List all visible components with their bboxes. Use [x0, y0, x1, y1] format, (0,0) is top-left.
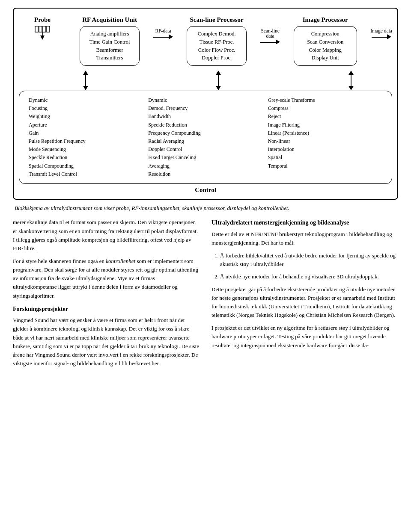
v-arrow-up-icon — [83, 71, 88, 75]
forsknings-heading: Forskningsprosjekter — [13, 304, 200, 314]
rf-acq-box: Analog amplifiersTime Gain ControlBeamfo… — [80, 26, 140, 66]
scan-line-arrow: Scan-linedata — [260, 28, 280, 45]
v-line3 — [351, 75, 351, 86]
v-arrow-down-icon2 — [216, 86, 221, 90]
list-item-1: Å forbedre bildekvalitet ved å utvikle b… — [220, 251, 398, 269]
rf-acq-title: RF Acquisition Unit — [82, 16, 137, 24]
v-arrow-up-icon3 — [348, 71, 354, 75]
svg-rect-2 — [43, 26, 46, 32]
bottom-row: Dynamic Focusing Weighting Aperture Gain… — [19, 91, 392, 184]
svg-rect-3 — [47, 26, 50, 32]
control-label: Control — [19, 186, 392, 194]
probe-section: Probe — [19, 16, 66, 41]
rf-data-arrow: RF-data — [153, 28, 173, 40]
image-data-arrow: Image data — [370, 28, 392, 40]
diagram-top-row: Probe RF Acquisition Unit Analog amplifi… — [19, 16, 392, 66]
arrow-right-icon2 — [276, 39, 280, 45]
image-proc-section: Image Processor CompressionScan Conversi… — [292, 16, 358, 66]
bottom-box: Dynamic Focusing Weighting Aperture Gain… — [19, 91, 392, 184]
pattern-heading: Ultralydrelatert mønstergjenkjenning og … — [211, 218, 398, 228]
v-arrows-row — [19, 70, 392, 91]
left-para1: merer skanlinje data til et format som p… — [13, 218, 200, 253]
bottom-col2: Dynamic Demod. Frequency Bandwidth Speck… — [146, 96, 265, 178]
arrow-right-icon — [169, 34, 173, 40]
v-arrow-rf — [83, 71, 88, 90]
scan-proc-box: Complex Demod.Tissue RF-Proc.Color Flow … — [187, 26, 247, 66]
scan-proc-title: Scan-line Processor — [190, 16, 244, 24]
body-two-col: merer skanlinje data til et format som p… — [13, 218, 398, 372]
diagram-container: Probe RF Acquisition Unit Analog amplifi… — [13, 8, 398, 200]
scan-line-label: Scan-linedata — [261, 28, 279, 38]
bottom-col1: Dynamic Focusing Weighting Aperture Gain… — [26, 96, 146, 178]
v-arrow-sl — [216, 71, 221, 90]
arrow-right-icon3 — [387, 34, 391, 40]
rf-acq-section: RF Acquisition Unit Analog amplifiersTim… — [78, 16, 141, 66]
left-para3: Vingmed Sound har vært og ønsker å være … — [13, 316, 200, 368]
rf-data-label: RF-data — [155, 28, 171, 33]
scan-line-arrow-line — [260, 39, 280, 45]
probe-icon — [34, 26, 51, 40]
v-arrow-up-icon2 — [216, 71, 221, 75]
right-para2: Dette prosjektet går på å forbedre eksis… — [211, 285, 398, 320]
list-item-2-text: Å utvikle nye metoder for å behandle og … — [220, 273, 379, 280]
h-line — [153, 37, 169, 38]
list-item-2: Å utvikle nye metoder for å behandle og … — [220, 272, 398, 281]
svg-rect-1 — [39, 26, 42, 32]
right-para3: I prosjektet er det utviklet en ny algor… — [211, 324, 398, 349]
v-arrow-ip — [348, 71, 354, 90]
v-line — [85, 75, 86, 86]
image-proc-box: CompressionScan ConversionColor MappingD… — [294, 26, 357, 66]
right-list: Å forbedre bildekvalitet ved å utvikle b… — [220, 251, 398, 281]
bottom-col3: Grey-scale Transforms Compress Reject Im… — [265, 96, 385, 178]
image-data-label: Image data — [370, 28, 392, 33]
scan-proc-section: Scan-line Processor Complex Demod.Tissue… — [185, 16, 248, 66]
h-line3 — [372, 37, 387, 38]
list-item-1-text: Å forbedre bildekvalitet ved å utvikle b… — [220, 252, 396, 267]
rf-data-arrow-line — [153, 34, 173, 40]
v-line2 — [218, 75, 219, 86]
h-line2 — [260, 42, 276, 43]
svg-rect-0 — [35, 26, 38, 32]
right-para1: Dette er del av et NFR/NTNF brukerstyrt … — [211, 230, 398, 247]
image-proc-title: Image Processor — [303, 16, 348, 24]
svg-marker-5 — [40, 35, 45, 40]
image-data-arrow-line — [372, 34, 391, 40]
v-arrow-down-icon — [83, 86, 88, 90]
body-left-col: merer skanlinje data til et format som p… — [13, 218, 200, 372]
left-para2: For å styre hele skanneren finnes også e… — [13, 257, 200, 300]
diagram-caption: Blokkskjema av ultralydinstrument som vi… — [15, 204, 396, 213]
probe-title: Probe — [34, 16, 51, 24]
body-right-col: Ultralydrelatert mønstergjenkjenning og … — [211, 218, 398, 372]
v-arrow-down-icon3 — [348, 86, 354, 90]
